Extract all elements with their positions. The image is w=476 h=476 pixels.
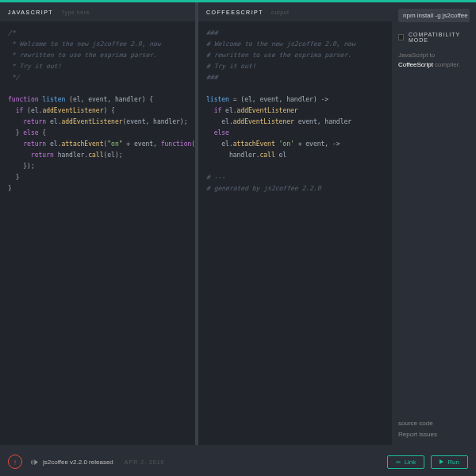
coffeescript-pane-hint: output xyxy=(271,10,289,15)
news-link[interactable]: js2coffee v2.2.0 released xyxy=(43,459,113,466)
desc-part-c: compiler. xyxy=(433,61,460,68)
run-button-label: Run xyxy=(447,459,459,466)
footer-bar: ↑ 🕪 js2coffee v2.2.0 released APR 2, 201… xyxy=(0,447,476,476)
checkbox-icon xyxy=(398,34,404,40)
javascript-pane: JAVASCRIPT Type here /* * Welcome to the… xyxy=(0,2,195,445)
run-button[interactable]: Run xyxy=(431,455,468,469)
javascript-pane-header: JAVASCRIPT Type here xyxy=(0,2,195,21)
coffeescript-pane-title: COFFEESCRIPT xyxy=(206,10,263,15)
npm-install-snippet[interactable]: npm install -g js2coffee xyxy=(398,9,470,22)
link-button[interactable]: ∞ Link xyxy=(387,455,424,469)
scroll-up-button[interactable]: ↑ xyxy=(8,455,22,469)
coffeescript-output[interactable]: ### # Welcome to the new js2coffee 2.0, … xyxy=(198,21,392,445)
desc-part-b: CoffeeScript xyxy=(398,61,433,68)
coffeescript-pane-header: COFFEESCRIPT output xyxy=(198,2,392,21)
report-issues-link[interactable]: Report issues xyxy=(398,429,437,440)
coffeescript-pane: COFFEESCRIPT output ### # Welcome to the… xyxy=(198,2,392,445)
link-button-label: Link xyxy=(405,459,416,466)
desc-part-a: JavaScript to xyxy=(398,52,435,59)
link-icon: ∞ xyxy=(396,459,401,466)
compatibility-mode-label: COMPATIBILITY MODE xyxy=(409,32,470,43)
sidebar-footer-links: source code Report issues xyxy=(398,418,437,440)
play-icon xyxy=(440,459,443,464)
sidebar-description: JavaScript to CoffeeScript compiler. xyxy=(398,51,470,70)
compatibility-mode-toggle[interactable]: COMPATIBILITY MODE xyxy=(398,32,470,43)
editor-container: JAVASCRIPT Type here /* * Welcome to the… xyxy=(0,2,476,445)
news-date: APR 2, 2016 xyxy=(125,459,165,465)
megaphone-icon: 🕪 xyxy=(30,458,38,466)
javascript-editor[interactable]: /* * Welcome to the new js2coffee 2.0, n… xyxy=(0,21,195,445)
arrow-up-icon: ↑ xyxy=(13,458,17,466)
source-code-link[interactable]: source code xyxy=(398,418,437,429)
sidebar: npm install -g js2coffee COMPATIBILITY M… xyxy=(392,2,476,445)
javascript-pane-title: JAVASCRIPT xyxy=(8,10,53,15)
javascript-pane-hint: Type here xyxy=(61,10,90,15)
